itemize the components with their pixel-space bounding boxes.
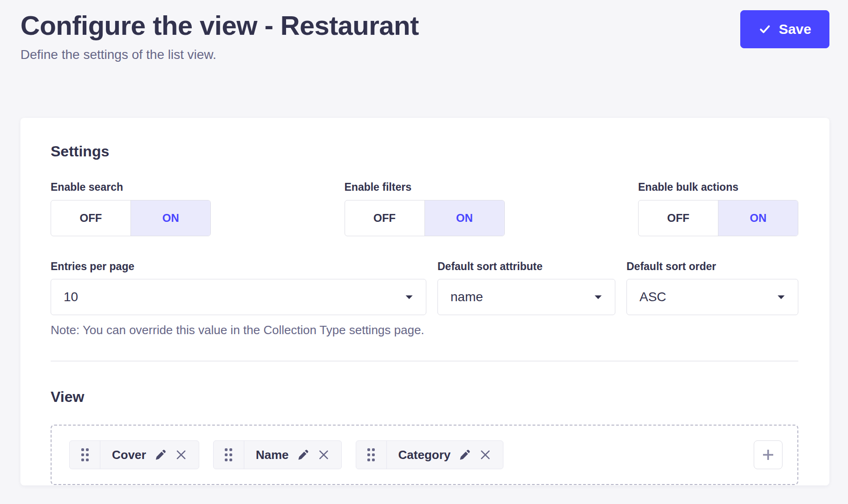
- save-button-label: Save: [779, 21, 811, 37]
- enable-bulk-actions-field: Enable bulk actions OFF ON: [638, 181, 798, 236]
- selects-row: Entries per page 10 Note: You can overri…: [51, 260, 798, 338]
- pencil-icon[interactable]: [459, 449, 470, 460]
- enable-bulk-actions-label: Enable bulk actions: [638, 181, 798, 194]
- pencil-icon[interactable]: [298, 449, 309, 460]
- default-sort-order-label: Default sort order: [626, 260, 798, 273]
- field-chip-category: Category: [356, 440, 504, 469]
- entries-per-page-field: Entries per page 10 Note: You can overri…: [51, 260, 426, 338]
- enable-search-on-option[interactable]: ON: [130, 200, 210, 236]
- page-header: Configure the view - Restaurant Define t…: [20, 10, 829, 62]
- default-sort-attribute-select[interactable]: name: [437, 279, 615, 315]
- chevron-down-icon: [594, 295, 602, 300]
- page-subtitle: Define the settings of the list view.: [20, 47, 419, 63]
- field-chip-body: Cover: [100, 441, 199, 469]
- entries-per-page-select[interactable]: 10: [51, 279, 426, 315]
- pencil-icon[interactable]: [155, 449, 166, 460]
- field-chip-body: Name: [244, 441, 341, 469]
- field-chip-label: Cover: [112, 448, 146, 462]
- enable-search-label: Enable search: [51, 181, 211, 194]
- toggle-row: Enable search OFF ON Enable filters OFF …: [51, 181, 798, 236]
- enable-filters-off-option[interactable]: OFF: [345, 200, 424, 236]
- enable-bulk-actions-on-option[interactable]: ON: [718, 200, 798, 236]
- close-icon[interactable]: [479, 449, 491, 461]
- enable-search-field: Enable search OFF ON: [51, 181, 211, 236]
- close-icon[interactable]: [175, 449, 187, 461]
- drag-handle-icon[interactable]: [356, 441, 387, 469]
- enable-filters-on-option[interactable]: ON: [424, 200, 504, 236]
- drag-handle-icon[interactable]: [214, 441, 244, 469]
- chevron-down-icon: [405, 295, 413, 300]
- view-heading: View: [51, 388, 798, 406]
- entries-per-page-note: Note: You can override this value in the…: [51, 323, 426, 337]
- settings-card: Settings Enable search OFF ON Enable fil…: [20, 118, 829, 485]
- field-chip-cover: Cover: [69, 440, 199, 469]
- section-divider: [51, 361, 798, 362]
- default-sort-attribute-field: Default sort attribute name: [437, 260, 615, 338]
- plus-icon: [761, 447, 776, 462]
- entries-per-page-value: 10: [64, 290, 78, 304]
- enable-search-toggle: OFF ON: [51, 200, 211, 236]
- page-header-text: Configure the view - Restaurant Define t…: [20, 10, 419, 62]
- default-sort-order-value: ASC: [639, 290, 666, 304]
- enable-search-off-option[interactable]: OFF: [51, 200, 130, 236]
- field-chip-name: Name: [213, 440, 342, 469]
- save-button[interactable]: Save: [740, 10, 829, 48]
- enable-filters-toggle: OFF ON: [345, 200, 505, 236]
- enable-bulk-actions-off-option[interactable]: OFF: [639, 200, 718, 236]
- configure-view-page: Configure the view - Restaurant Define t…: [0, 0, 848, 504]
- entries-per-page-label: Entries per page: [51, 260, 426, 273]
- settings-heading: Settings: [51, 142, 798, 161]
- page-title: Configure the view - Restaurant: [20, 10, 419, 41]
- close-icon[interactable]: [318, 449, 330, 461]
- enable-bulk-actions-toggle: OFF ON: [638, 200, 798, 236]
- drag-handle-icon[interactable]: [70, 441, 100, 469]
- check-icon: [758, 23, 771, 36]
- default-sort-order-field: Default sort order ASC: [626, 260, 798, 338]
- chevron-down-icon: [777, 295, 785, 300]
- enable-filters-field: Enable filters OFF ON: [345, 181, 505, 236]
- default-sort-attribute-label: Default sort attribute: [437, 260, 615, 273]
- field-chip-label: Category: [398, 448, 451, 462]
- field-chip-label: Name: [256, 448, 289, 462]
- default-sort-order-select[interactable]: ASC: [626, 279, 798, 315]
- default-sort-attribute-value: name: [450, 290, 483, 304]
- enable-filters-label: Enable filters: [345, 181, 505, 194]
- field-chip-body: Category: [387, 441, 503, 469]
- view-fields-dropzone: Cover Name: [51, 425, 798, 485]
- add-field-button[interactable]: [754, 440, 783, 469]
